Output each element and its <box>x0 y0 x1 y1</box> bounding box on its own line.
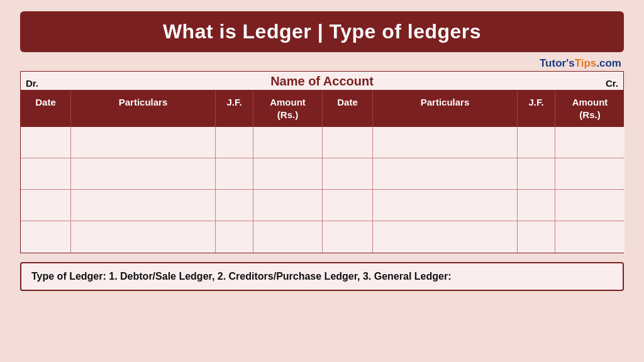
header-date-right: Date <box>323 90 373 127</box>
body-jf-right-3 <box>518 190 555 221</box>
body-date-left-2 <box>21 158 71 189</box>
ledger-body-row-3 <box>21 190 623 221</box>
ledger-account-name: Name of Account <box>270 74 374 89</box>
header-jf-left: J.F. <box>216 90 253 127</box>
body-amount-right-2 <box>555 158 625 189</box>
ledger-table: Dr. Name of Account Cr. Date Particulars… <box>20 71 624 253</box>
body-amount-right-1 <box>555 127 625 158</box>
body-jf-right-1 <box>518 127 555 158</box>
body-particulars-right-1 <box>373 127 518 158</box>
body-jf-right-2 <box>518 158 555 189</box>
body-amount-left-4 <box>253 221 323 253</box>
body-particulars-left-4 <box>71 221 216 253</box>
body-date-right-1 <box>323 127 373 158</box>
body-amount-left-3 <box>253 190 323 221</box>
body-particulars-left-3 <box>71 190 216 221</box>
body-jf-left-4 <box>216 221 253 253</box>
header-particulars-right: Particulars <box>373 90 518 127</box>
body-particulars-right-3 <box>373 190 518 221</box>
body-date-left-1 <box>21 127 71 158</box>
footer-note: Type of Ledger: 1. Debtor/Sale Ledger, 2… <box>20 262 624 291</box>
header-date-left: Date <box>21 90 71 127</box>
body-date-right-4 <box>323 221 373 253</box>
body-particulars-right-2 <box>373 158 518 189</box>
ledger-header-row: Date Particulars J.F. Amount(Rs.) Date P… <box>21 90 623 127</box>
ledger-body-row-1 <box>21 127 623 158</box>
header-particulars-left: Particulars <box>71 90 216 127</box>
page-title: What is Ledger | Type of ledgers <box>33 20 611 43</box>
brand-tutor: Tutor's <box>540 57 575 69</box>
ledger-body-row-2 <box>21 158 623 190</box>
body-amount-left-1 <box>253 127 323 158</box>
brand-tips: Tips <box>575 57 597 69</box>
body-amount-right-4 <box>555 221 625 253</box>
ledger-body-row-4 <box>21 221 623 253</box>
body-particulars-left-2 <box>71 158 216 189</box>
body-jf-left-1 <box>216 127 253 158</box>
body-jf-right-4 <box>518 221 555 253</box>
ledger-dr-label: Dr. <box>26 78 38 89</box>
body-particulars-left-1 <box>71 127 216 158</box>
header-amount-right: Amount(Rs.) <box>555 90 625 127</box>
body-jf-left-3 <box>216 190 253 221</box>
branding: Tutor'sTips.com <box>20 57 624 70</box>
header-jf-right: J.F. <box>518 90 555 127</box>
ledger-meta-row: Dr. Name of Account Cr. <box>21 72 623 90</box>
body-date-right-3 <box>323 190 373 221</box>
body-particulars-right-4 <box>373 221 518 253</box>
body-date-right-2 <box>323 158 373 189</box>
body-amount-left-2 <box>253 158 323 189</box>
body-jf-left-2 <box>216 158 253 189</box>
footer-text: Type of Ledger: 1. Debtor/Sale Ledger, 2… <box>31 271 613 282</box>
body-date-left-4 <box>21 221 71 253</box>
brand-dot: .com <box>596 57 621 69</box>
body-date-left-3 <box>21 190 71 221</box>
ledger-cr-label: Cr. <box>606 78 618 89</box>
title-bar: What is Ledger | Type of ledgers <box>20 11 624 52</box>
header-amount-left: Amount(Rs.) <box>253 90 323 127</box>
body-amount-right-3 <box>555 190 625 221</box>
